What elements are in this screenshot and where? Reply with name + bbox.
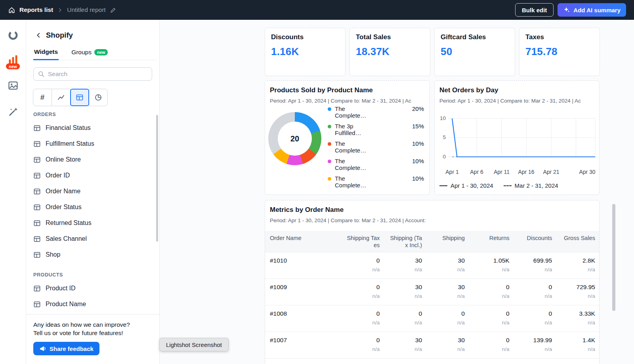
y-axis-label: 0	[435, 154, 446, 160]
metrics-card[interactable]: Metrics by Order Name Period: Apr 1 - 30…	[265, 200, 600, 364]
sidebar-item[interactable]: Returned Status	[33, 215, 152, 231]
cell: 1.4Kn/a	[552, 337, 599, 358]
column-header: Discounts	[510, 234, 552, 252]
kpi-card-taxes[interactable]: Taxes 715.78	[519, 28, 600, 76]
kpi-card-giftcard-sales[interactable]: Giftcard Sales 50	[434, 28, 515, 76]
legend-label: Apr 1 - 30, 2024	[451, 182, 493, 189]
kpi-value: 18.37K	[356, 46, 424, 58]
sidebar-header: Shopify	[26, 20, 159, 40]
sidebar-item[interactable]: Product ID	[33, 280, 152, 296]
bulk-edit-button[interactable]: Bulk edit	[515, 3, 554, 17]
legend-label: The Complete…	[335, 175, 370, 189]
widget-type-number[interactable]: #	[33, 89, 52, 106]
kpi-card-total-sales[interactable]: Total Sales 18.37K	[349, 28, 430, 76]
cell: 1.05Kn/a	[465, 257, 510, 278]
sidebar-item-label: Online Store	[46, 156, 81, 163]
tab-widgets[interactable]: Widgets	[33, 46, 59, 60]
sidebar-item[interactable]: Shop	[33, 247, 152, 263]
column-header: Gross Sales	[552, 234, 599, 252]
tooltip-label: Lightshot Screenshot	[166, 341, 222, 348]
sidebar-item[interactable]: Fulfillment Status	[33, 136, 152, 152]
cell: 30n/a	[422, 257, 465, 278]
legend-percent: 10%	[412, 175, 424, 182]
widget-type-pie[interactable]	[89, 89, 108, 106]
widget-type-line[interactable]	[52, 89, 71, 106]
edit-title-icon[interactable]	[110, 7, 116, 13]
rail-widgets-button[interactable]	[0, 30, 26, 41]
tab-groups[interactable]: Groups new	[71, 46, 109, 60]
table-icon	[33, 156, 41, 164]
kpi-card-discounts[interactable]: Discounts 1.16K	[265, 28, 346, 76]
rail-magic-button[interactable]	[0, 106, 26, 117]
table-icon	[76, 93, 84, 101]
cell-order-name: #1008	[265, 310, 340, 332]
sidebar-item-label: Order Status	[46, 204, 82, 211]
legend-percent: 20%	[412, 105, 424, 112]
widget-list: ORDERS Financial Status Fulfillment Stat…	[26, 105, 159, 314]
breadcrumb-reports-list[interactable]: Reports list	[19, 6, 53, 13]
report-canvas: Discounts 1.16K Total Sales 18.37K Giftc…	[160, 20, 634, 364]
table-icon	[33, 235, 41, 243]
kpi-value: 1.16K	[271, 46, 339, 58]
tab-groups-label: Groups	[71, 49, 92, 56]
add-ai-summary-button[interactable]: Add AI summary	[558, 3, 626, 17]
x-axis-label: Apr 30	[579, 169, 595, 175]
sidebar-item[interactable]: Order ID	[33, 168, 152, 183]
legend-line-dashed-icon	[504, 185, 512, 186]
sidebar-item[interactable]: Sales Channel	[33, 231, 152, 247]
sidebar-item[interactable]: Order Status	[33, 199, 152, 215]
card-title: Products Sold by Product Name	[265, 81, 430, 94]
sidebar-item-label: Fulfillment Status	[46, 140, 94, 147]
cell: 3.33Kn/a	[552, 310, 599, 332]
share-feedback-button[interactable]: Share feedback	[33, 342, 99, 355]
sidebar-item[interactable]: Product Name	[33, 296, 152, 312]
report-title[interactable]: Untitled report	[67, 6, 105, 13]
legend-label: The Complete…	[335, 140, 370, 154]
legend-dot	[328, 125, 331, 128]
x-axis-label: Apr 16	[518, 169, 534, 175]
kpi-title: Discounts	[271, 33, 339, 41]
legend-percent: 15%	[412, 123, 424, 130]
home-icon[interactable]	[8, 6, 15, 14]
sidebar-item-label: Product Name	[46, 301, 86, 308]
section-orders: ORDERS	[33, 112, 152, 117]
search-box	[33, 67, 152, 81]
line-chart	[435, 81, 600, 195]
x-axis-label: Apr 11	[494, 169, 510, 175]
y-axis-label: 10	[435, 115, 446, 121]
cell: 0n/a	[510, 310, 552, 332]
widget-type-table[interactable]	[70, 89, 89, 106]
icon-rail: new	[0, 20, 26, 364]
pie-chart-icon	[94, 93, 102, 101]
table-icon	[33, 140, 41, 148]
back-button[interactable]	[35, 32, 42, 39]
canvas-scrollbar[interactable]	[612, 204, 615, 311]
table-icon	[33, 219, 41, 227]
column-header: Shipping	[422, 234, 465, 252]
kpi-value: 50	[441, 46, 509, 58]
products-sold-card[interactable]: Products Sold by Product Name Period: Ap…	[265, 80, 430, 195]
table-row: #1007 0n/a 30n/a 30n/a 0n/a 139.99n/a 1.…	[265, 332, 599, 358]
rail-charts-new-button[interactable]: new	[0, 53, 26, 69]
new-badge: new	[94, 49, 108, 55]
sidebar-item-label: Returned Status	[46, 219, 92, 227]
net-orders-card[interactable]: Net Orders by Day Period: Apr 1 - 30, 20…	[434, 80, 600, 195]
card-period: Period: Apr 1 - 30, 2024 | Compare to: M…	[265, 214, 599, 223]
rail-images-button[interactable]	[0, 80, 26, 91]
sidebar-item[interactable]: Online Store	[33, 152, 152, 168]
sidebar-item[interactable]: Financial Status	[33, 120, 152, 136]
legend-item: The Complete… 20%	[328, 105, 424, 123]
table-row: #1009 0n/a 30n/a 30n/a 0n/a 0n/a 729.95n…	[265, 279, 599, 305]
topbar-actions: Bulk edit Add AI summary	[515, 3, 626, 17]
search-input[interactable]	[48, 71, 148, 78]
table-icon	[33, 301, 41, 308]
panel-title: Shopify	[46, 31, 73, 40]
legend-item: The Complete… 10%	[328, 175, 424, 192]
table-row: #1008 0n/a 0n/a 0n/a 0n/a 0n/a 3.33Kn/a	[265, 305, 599, 332]
sidebar-item[interactable]: Order Name	[33, 183, 152, 199]
sidebar-scrollbar[interactable]	[156, 115, 158, 242]
wand-icon	[8, 106, 19, 117]
feedback-panel: Any ideas on how we can improve? Tell us…	[26, 314, 159, 364]
legend-line-solid-icon	[439, 185, 447, 186]
cell: 0n/a	[465, 310, 510, 332]
